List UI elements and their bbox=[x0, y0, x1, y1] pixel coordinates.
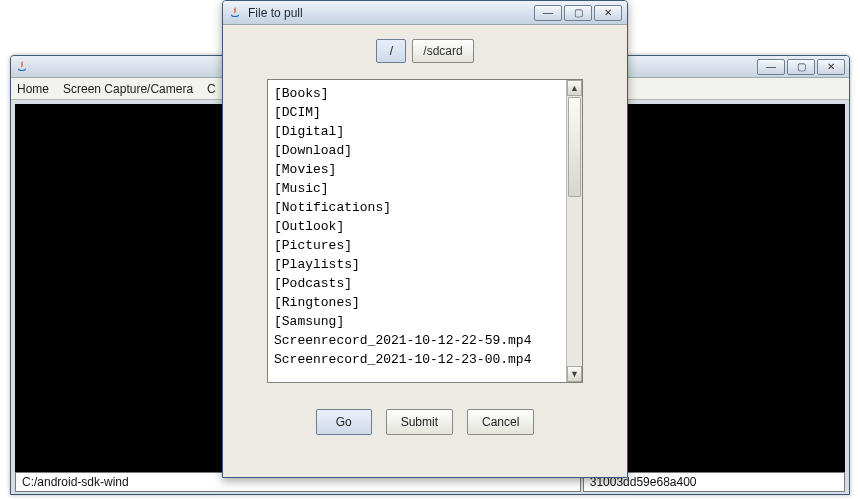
list-item[interactable]: [Pictures] bbox=[274, 236, 560, 255]
list-item[interactable]: [Movies] bbox=[274, 160, 560, 179]
file-list: [Books] [DCIM] [Digital] [Download] [Mov… bbox=[267, 79, 583, 383]
minimize-button[interactable]: — bbox=[757, 59, 785, 75]
menu-item-screen-capture[interactable]: Screen Capture/Camera bbox=[63, 82, 193, 96]
list-item[interactable]: [DCIM] bbox=[274, 103, 560, 122]
menu-item-c[interactable]: C bbox=[207, 82, 216, 96]
maximize-button[interactable]: ▢ bbox=[787, 59, 815, 75]
list-item[interactable]: [Ringtones] bbox=[274, 293, 560, 312]
dialog-button-row: Go Submit Cancel bbox=[223, 409, 627, 435]
path-sdcard-button[interactable]: /sdcard bbox=[412, 39, 473, 63]
dialog-minimize-button[interactable]: — bbox=[534, 5, 562, 21]
path-root-button[interactable]: / bbox=[376, 39, 406, 63]
list-item[interactable]: [Digital] bbox=[274, 122, 560, 141]
file-list-content[interactable]: [Books] [DCIM] [Digital] [Download] [Mov… bbox=[268, 80, 566, 382]
list-item[interactable]: Screenrecord_2021-10-12-22-59.mp4 bbox=[274, 331, 560, 350]
scrollbar[interactable]: ▲ ▼ bbox=[566, 80, 582, 382]
file-pull-dialog: File to pull — ▢ ✕ / /sdcard [Books] [DC… bbox=[222, 0, 628, 478]
list-item[interactable]: Screenrecord_2021-10-12-23-00.mp4 bbox=[274, 350, 560, 369]
dialog-titlebar[interactable]: File to pull — ▢ ✕ bbox=[223, 1, 627, 25]
list-item[interactable]: [Books] bbox=[274, 84, 560, 103]
go-button[interactable]: Go bbox=[316, 409, 372, 435]
list-item[interactable]: [Playlists] bbox=[274, 255, 560, 274]
menu-item-home[interactable]: Home bbox=[17, 82, 49, 96]
list-item[interactable]: [Outlook] bbox=[274, 217, 560, 236]
list-item[interactable]: [Music] bbox=[274, 179, 560, 198]
scroll-down-icon[interactable]: ▼ bbox=[567, 366, 582, 382]
scroll-thumb[interactable] bbox=[568, 97, 581, 197]
dialog-maximize-button[interactable]: ▢ bbox=[564, 5, 592, 21]
close-button[interactable]: ✕ bbox=[817, 59, 845, 75]
dialog-close-button[interactable]: ✕ bbox=[594, 5, 622, 21]
list-item[interactable]: [Podcasts] bbox=[274, 274, 560, 293]
dialog-title: File to pull bbox=[248, 6, 303, 20]
scroll-up-icon[interactable]: ▲ bbox=[567, 80, 582, 96]
cancel-button[interactable]: Cancel bbox=[467, 409, 534, 435]
list-item[interactable]: [Samsung] bbox=[274, 312, 560, 331]
submit-button[interactable]: Submit bbox=[386, 409, 453, 435]
path-breadcrumb: / /sdcard bbox=[223, 25, 627, 73]
java-icon bbox=[228, 6, 242, 20]
java-icon bbox=[15, 60, 29, 74]
list-item[interactable]: [Notifications] bbox=[274, 198, 560, 217]
list-item[interactable]: [Download] bbox=[274, 141, 560, 160]
